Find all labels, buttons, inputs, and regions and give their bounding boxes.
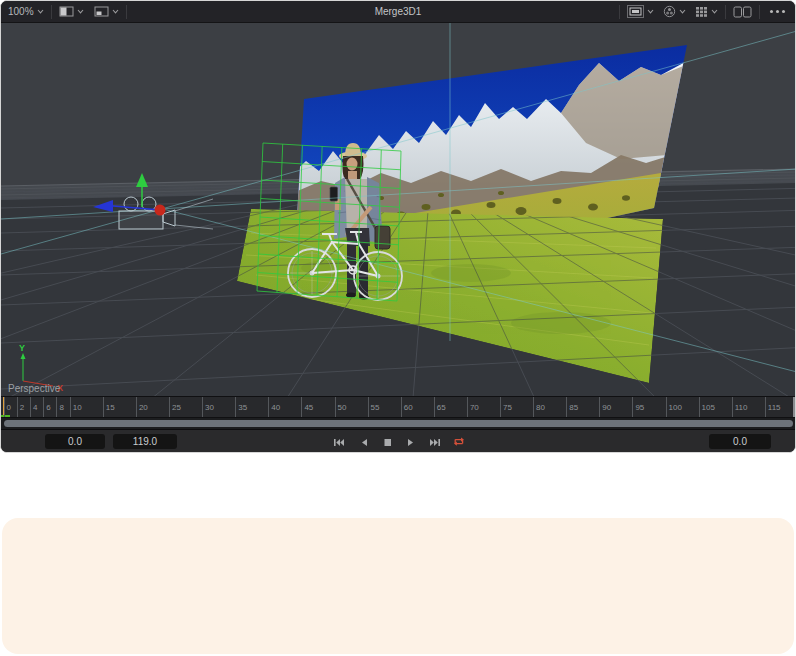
3d-scene: Y X	[1, 23, 796, 396]
display-mode-dropdown[interactable]	[627, 5, 654, 18]
viewer-toolbar: 100% Merge3D1	[1, 1, 795, 23]
ruler-tick-label: 20	[139, 403, 148, 412]
fusion-viewer-panel: 100% Merge3D1	[0, 0, 796, 453]
subview-icon	[94, 6, 109, 17]
ruler-tick	[699, 397, 700, 417]
play-reverse-button[interactable]	[356, 436, 371, 449]
ruler-tick-label: 0	[7, 403, 11, 412]
ruler-tick	[533, 397, 534, 417]
ruler-tick	[666, 397, 667, 417]
ruler-tick	[434, 397, 435, 417]
ruler-tick	[732, 397, 733, 417]
zoom-level-dropdown[interactable]: 100%	[1, 1, 51, 22]
toolbar-divider	[126, 5, 127, 19]
go-to-first-frame-button[interactable]	[332, 436, 347, 449]
ruler-tick-label: 70	[470, 403, 479, 412]
ruler-tick-label: 50	[338, 403, 347, 412]
render-range-indicator	[1, 415, 10, 417]
ruler-tick	[70, 397, 71, 417]
ruler-tick	[136, 397, 137, 417]
zoom-level-label: 100%	[8, 6, 34, 17]
subview-dropdown[interactable]	[94, 6, 119, 17]
play-forward-icon	[407, 437, 416, 448]
ab-compare-dropdown[interactable]	[59, 6, 84, 17]
ruler-tick-label: 80	[536, 403, 545, 412]
ruler-tick	[4, 397, 5, 417]
phone	[330, 187, 338, 201]
ruler-tick	[56, 397, 57, 417]
ruler-tick	[301, 397, 302, 417]
ruler-tick-label: 105	[702, 403, 715, 412]
chevron-down-icon	[77, 9, 84, 14]
transport-controls	[1, 433, 796, 451]
ruler-tick-label: 15	[106, 403, 115, 412]
3d-viewport[interactable]: Y X Perspective	[1, 23, 796, 396]
ruler-tick	[30, 397, 31, 417]
ruler-tick-label: 90	[602, 403, 611, 412]
ruler-tick-label: 6	[46, 403, 50, 412]
color-controls-dropdown[interactable]	[663, 5, 686, 18]
ruler-tick-label: 10	[73, 403, 82, 412]
ruler-tick	[17, 397, 18, 417]
go-to-last-frame-button[interactable]	[428, 436, 443, 449]
ellipsis-icon	[776, 10, 779, 13]
axis-y-label: Y	[19, 343, 25, 353]
ruler-tick	[268, 397, 269, 417]
go-to-first-frame-icon	[333, 437, 345, 448]
ruler-tick	[765, 397, 766, 417]
ellipsis-icon	[770, 10, 773, 13]
ruler-tick	[599, 397, 600, 417]
loop-icon	[453, 436, 466, 448]
ruler-tick-label: 110	[735, 403, 748, 412]
ruler-tick	[202, 397, 203, 417]
ruler-tick	[467, 397, 468, 417]
z-axis-handle[interactable]	[155, 205, 166, 216]
ruler-tick	[335, 397, 336, 417]
play-forward-button[interactable]	[404, 436, 419, 449]
chevron-down-icon	[711, 9, 718, 14]
chevron-down-icon	[679, 9, 686, 14]
playback-bar: 0.0 119.0	[1, 429, 796, 453]
ruler-tick	[401, 397, 402, 417]
grid-icon	[695, 6, 708, 18]
display-mode-icon	[627, 5, 644, 18]
dual-viewer-toggle[interactable]	[733, 6, 752, 18]
chevron-down-icon	[112, 9, 119, 14]
ruler-tick-label: 30	[205, 403, 214, 412]
ruler-tick-label: 45	[304, 403, 313, 412]
ruler-tick-label: 4	[33, 403, 37, 412]
viewer-options-menu[interactable]	[760, 10, 795, 13]
color-wheel-icon	[663, 5, 676, 18]
ruler-tick	[43, 397, 44, 417]
ruler-tick-label: 60	[404, 403, 413, 412]
view-mode-label: Perspective	[8, 383, 60, 394]
ruler-tick-label: 65	[437, 403, 446, 412]
ruler-tick	[235, 397, 236, 417]
scrollbar-thumb[interactable]	[4, 420, 793, 427]
timeline-scrollbar[interactable]	[1, 418, 796, 429]
current-frame-field[interactable]: 0.0	[709, 434, 771, 449]
ruler-tick-label: 95	[635, 403, 644, 412]
loop-button[interactable]	[452, 436, 467, 449]
ruler-tick-label: 35	[238, 403, 247, 412]
ruler-tick-label: 115	[768, 403, 781, 412]
y-axis-arrow[interactable]	[136, 173, 148, 187]
ruler-tick	[368, 397, 369, 417]
ruler-tick-label: 8	[59, 403, 63, 412]
ruler-tick	[566, 397, 567, 417]
ruler-tick-label: 25	[172, 403, 181, 412]
time-ruler[interactable]: 0246810152025303540455055606570758085909…	[1, 396, 796, 418]
note-panel	[2, 518, 794, 654]
go-to-last-frame-icon	[429, 437, 441, 448]
chevron-down-icon	[37, 9, 44, 14]
stop-button[interactable]	[380, 436, 395, 449]
checker-options-dropdown[interactable]	[695, 6, 718, 18]
shoulder-bag	[375, 226, 390, 249]
ab-compare-icon	[59, 6, 74, 17]
ruler-tick-label: 75	[503, 403, 512, 412]
ruler-tick-label: 85	[569, 403, 578, 412]
ruler-tick-label: 100	[669, 403, 682, 412]
stop-icon	[383, 437, 392, 448]
dual-viewer-icon	[733, 6, 752, 18]
ruler-tick-label: 2	[20, 403, 24, 412]
